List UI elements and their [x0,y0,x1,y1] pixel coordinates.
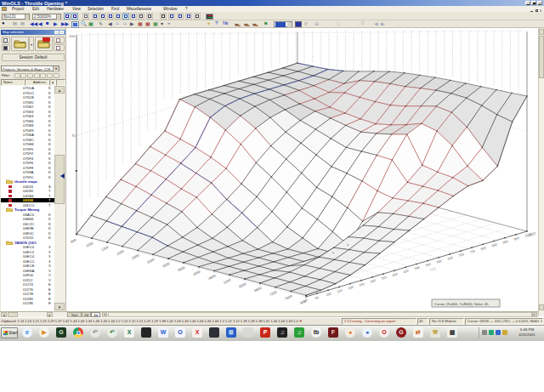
svg-text:600: 600 [436,259,442,264]
svg-text:50: 50 [314,296,319,300]
svg-text:7200: 7200 [269,289,278,297]
svg-text:300: 300 [370,279,376,284]
svg-text:100: 100 [326,292,332,297]
svg-text:450: 450 [403,270,409,275]
svg-text:350: 350 [381,276,387,281]
svg-text:1023: 1023 [528,230,537,237]
svg-text:250: 250 [359,282,365,287]
svg-text:3500: 3500 [177,265,186,273]
svg-text:400: 400 [392,272,398,277]
svg-text:140: 140 [69,34,76,38]
svg-text:950: 950 [513,236,519,241]
svg-text:850: 850 [491,243,497,248]
svg-text:= (-): = (-) [429,267,437,272]
svg-text:700: 700 [458,253,464,258]
svg-text:650: 650 [447,256,453,261]
svg-text:6000: 6000 [238,281,247,289]
svg-text:2500: 2500 [146,257,156,264]
svg-text:1200: 1200 [100,245,110,253]
svg-text:70: 70 [71,134,76,138]
svg-text:150: 150 [337,289,343,294]
svg-text:500: 500 [414,266,420,271]
svg-text:Cursor: (X=600, Y=8000), Value: Cursor: (X=600, Y=8000), Value: 45 [434,302,489,306]
svg-text:4600: 4600 [207,273,217,281]
svg-text:2000: 2000 [131,253,140,260]
svg-text:900: 900 [502,240,508,245]
svg-text:1000: 1000 [85,241,94,248]
svg-text:5200: 5200 [223,277,232,285]
svg-text:200: 200 [348,286,354,291]
svg-text:550: 550 [425,263,431,268]
svg-text:3000: 3000 [162,261,171,269]
svg-text:4000: 4000 [192,269,201,276]
svg-text:800: 800 [480,247,486,252]
svg-text:6600: 6600 [253,286,263,293]
svg-text:750: 750 [469,249,475,254]
svg-text:800: 800 [70,237,77,244]
svg-text:7800: 7800 [284,293,293,301]
svg-text:1500: 1500 [116,248,125,256]
